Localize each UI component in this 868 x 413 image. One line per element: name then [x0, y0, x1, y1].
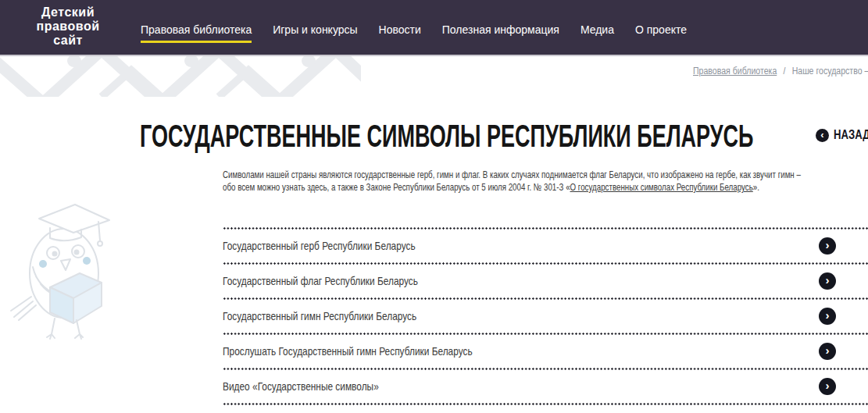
back-chevron-icon: ‹ [816, 129, 829, 142]
main-nav: Правовая библиотека Игры и конкурсы Ново… [141, 23, 708, 36]
back-button-label: НАЗАД [834, 128, 868, 142]
site-header: Детский правовой сайт Правовая библиотек… [0, 0, 868, 56]
intro-line-2-before-link: обо всем можно узнать здесь, а также в З… [223, 181, 570, 193]
dotted-divider [223, 403, 868, 405]
intro-paragraph: Символами нашей страны являются государс… [223, 169, 868, 194]
list-item-label: Государственный герб Республики Беларусь [223, 240, 416, 252]
breadcrumb-current-our-state: Наше государство — Беларусь [792, 66, 868, 77]
nav-item-games-contests[interactable]: Игры и конкурсы [273, 23, 357, 36]
law-link[interactable]: О государственных символах Республики Бе… [570, 181, 753, 193]
list-item-label: Государственный гимн Республики Беларусь [223, 310, 416, 322]
zigzag-pattern-decoration [0, 56, 361, 97]
intro-line-2-after-link: ». [753, 181, 759, 193]
list-item-label: Государственный флаг Республики Беларусь [223, 275, 418, 287]
back-button[interactable]: ‹ НАЗАД [816, 128, 868, 142]
list-item-anthem[interactable]: Государственный гимн Республики Беларусь… [223, 300, 868, 333]
list-item-label: Прослушать Государственный гимн Республи… [223, 345, 473, 358]
chevron-right-icon[interactable]: › [819, 237, 836, 255]
chevron-right-icon[interactable]: › [819, 308, 836, 325]
owl-mascot-illustration [6, 195, 123, 340]
nav-item-useful-info[interactable]: Полезная информация [442, 23, 559, 36]
site-logo[interactable]: Детский правовой сайт [17, 5, 119, 48]
breadcrumb-separator: / [783, 66, 785, 77]
logo-line-3: сайт [17, 34, 119, 48]
nav-item-legal-library[interactable]: Правовая библиотека [141, 23, 252, 36]
nav-item-news[interactable]: Новости [379, 23, 421, 36]
list-item-video-symbols[interactable]: Видео «Государственные символы» › [223, 370, 868, 403]
breadcrumb-link-legal-library[interactable]: Правовая библиотека [693, 66, 777, 77]
logo-line-1: Детский [17, 5, 119, 20]
intro-line-1: Символами нашей страны являются государс… [223, 169, 801, 180]
list-item-label: Видео «Государственные символы» [223, 380, 379, 393]
nav-item-media[interactable]: Медиа [580, 23, 614, 36]
list-item-listen-anthem[interactable]: Прослушать Государственный гимн Республи… [223, 335, 868, 368]
list-item-coat-of-arms[interactable]: Государственный герб Республики Беларусь… [223, 230, 868, 262]
breadcrumb: Правовая библиотека / Наше государство —… [693, 66, 868, 77]
list-item-flag[interactable]: Государственный флаг Республики Беларусь… [223, 265, 868, 297]
chevron-right-icon[interactable]: › [819, 378, 836, 395]
logo-line-2: правовой [17, 20, 119, 34]
page-title: ГОСУДАРСТВЕННЫЕ СИМВОЛЫ РЕСПУБЛИКИ БЕЛАР… [140, 119, 753, 155]
nav-item-about[interactable]: О проекте [635, 23, 687, 36]
symbol-links-list: Государственный герб Республики Беларусь… [223, 227, 868, 405]
chevron-right-icon[interactable]: › [819, 343, 836, 360]
chevron-right-icon[interactable]: › [819, 272, 836, 290]
